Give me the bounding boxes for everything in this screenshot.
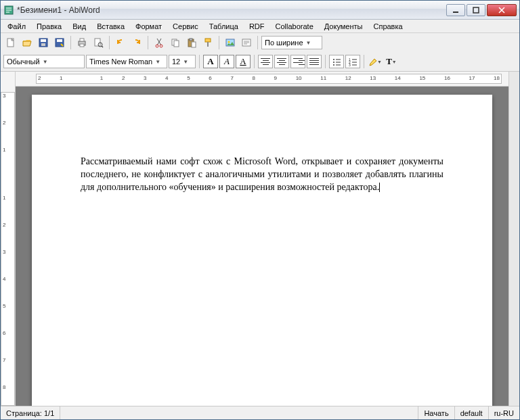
menu-insert[interactable]: Вставка	[93, 21, 129, 32]
redo-button[interactable]	[129, 35, 144, 50]
align-justify-button[interactable]	[307, 55, 322, 68]
menu-rdf[interactable]: RDF	[245, 21, 269, 32]
menu-view[interactable]: Вид	[68, 21, 90, 32]
paste-button[interactable]	[184, 35, 199, 50]
ruler-tick: 1	[60, 75, 62, 81]
size-combo[interactable]: 12 ▼	[169, 55, 196, 68]
saveas-button[interactable]	[52, 35, 67, 50]
ruler-tick: 2	[3, 120, 9, 126]
separator	[254, 55, 255, 68]
chevron-down-icon: ▼	[43, 59, 48, 65]
ruler-tick: 8	[3, 384, 9, 390]
document-paragraph[interactable]: Рассматриваемый нами софт схож с Microso…	[81, 156, 443, 194]
vertical-ruler: 3211234567891011	[1, 72, 16, 406]
document-container: 21123456789101112131415161718 Рассматрив…	[16, 72, 508, 406]
svg-text:3: 3	[349, 63, 351, 66]
app-icon	[3, 5, 14, 16]
font-value: Times New Roman	[89, 57, 152, 66]
print-preview-button[interactable]	[91, 35, 106, 50]
minimize-button[interactable]	[446, 4, 465, 16]
ruler-tick: 12	[345, 75, 351, 81]
ruler-tick: 6	[3, 330, 9, 336]
separator	[148, 36, 148, 49]
ruler-tick: 8	[252, 75, 255, 81]
style-value: Обычный	[7, 57, 40, 66]
toolbar-standard: По ширине ▼	[1, 33, 519, 52]
menu-file[interactable]: Файл	[3, 21, 30, 32]
bold-button[interactable]: А	[203, 55, 218, 68]
font-color-button[interactable]: T▼	[384, 54, 399, 69]
chevron-down-icon: ▼	[155, 59, 160, 65]
menu-tools[interactable]: Сервис	[169, 21, 202, 32]
style-combo[interactable]: Обычный ▼	[3, 55, 85, 68]
ruler-tick: 18	[494, 75, 500, 81]
menu-help[interactable]: Справка	[369, 21, 406, 32]
format-painter-button[interactable]	[200, 35, 215, 50]
status-locale[interactable]: ru-RU	[489, 406, 519, 419]
align-center-button[interactable]	[274, 55, 289, 68]
menu-edit[interactable]: Правка	[32, 21, 66, 32]
align-right-button[interactable]	[290, 55, 305, 68]
ruler-tick: 3	[144, 75, 146, 81]
ruler-tick: 5	[187, 75, 190, 81]
ruler-tick: 2	[38, 75, 41, 81]
new-button[interactable]	[3, 35, 18, 50]
svg-line-14	[102, 46, 103, 47]
bullet-list-button[interactable]	[329, 55, 344, 68]
svg-point-25	[228, 41, 230, 43]
menubar: Файл Правка Вид Вставка Формат Сервис Та…	[1, 20, 519, 33]
italic-button[interactable]: А	[219, 55, 234, 68]
menu-table[interactable]: Таблица	[205, 21, 242, 32]
ruler-tick: 4	[3, 276, 9, 282]
ruler-tick: 1	[100, 75, 103, 81]
content-area: 3211234567891011 21123456789101112131415…	[1, 72, 519, 406]
ruler-tick: 14	[395, 75, 401, 81]
number-list-button[interactable]: 123	[345, 55, 360, 68]
save-button[interactable]	[36, 35, 51, 50]
align-left-button[interactable]	[258, 55, 273, 68]
image-button[interactable]	[223, 35, 238, 50]
document-scroll[interactable]: Рассматриваемый нами софт схож с Microso…	[16, 87, 508, 406]
ruler-tick: 3	[3, 249, 9, 255]
maximize-button[interactable]	[467, 4, 485, 16]
status-start[interactable]: Начать	[418, 406, 454, 419]
titlebar[interactable]: *Безимени1 - AbiWord	[1, 1, 519, 20]
ruler-tick: 7	[230, 75, 233, 81]
close-button[interactable]	[487, 4, 517, 16]
svg-rect-10	[80, 39, 84, 41]
zoom-combo[interactable]: По ширине ▼	[261, 36, 322, 49]
menu-format[interactable]: Формат	[131, 21, 166, 32]
ruler-tick: 1	[3, 147, 9, 153]
status-page: Страница: 1/1	[1, 406, 60, 419]
separator	[325, 55, 326, 68]
menu-collaborate[interactable]: Collaborate	[272, 21, 318, 32]
fields-button[interactable]	[239, 35, 254, 50]
document-text: Рассматриваемый нами софт схож с Microso…	[81, 156, 443, 192]
app-window: *Безимени1 - AbiWord Файл Правка Вид Вст…	[0, 0, 520, 420]
svg-rect-5	[41, 39, 46, 42]
text-cursor	[379, 183, 380, 192]
svg-rect-8	[57, 39, 62, 42]
ruler-tick: 3	[3, 93, 9, 99]
page[interactable]: Рассматриваемый нами софт схож с Microso…	[32, 95, 492, 406]
svg-rect-18	[174, 41, 179, 47]
font-combo[interactable]: Times New Roman ▼	[86, 55, 167, 68]
window-controls	[445, 4, 517, 16]
cut-button[interactable]	[152, 35, 167, 50]
underline-button[interactable]: А	[236, 55, 251, 68]
status-lang-mode[interactable]: default	[455, 406, 489, 419]
vertical-scrollbar[interactable]	[508, 72, 519, 406]
ruler-tick: 10	[296, 75, 302, 81]
svg-rect-22	[205, 39, 211, 42]
copy-button[interactable]	[168, 35, 183, 50]
ruler-tick: 4	[165, 75, 168, 81]
menu-documents[interactable]: Документы	[320, 21, 367, 32]
chevron-down-icon: ▼	[183, 59, 188, 65]
highlight-button[interactable]: ▼	[368, 54, 383, 69]
undo-button[interactable]	[113, 35, 128, 50]
ruler-tick: 13	[370, 75, 376, 81]
chevron-down-icon: ▼	[306, 40, 311, 46]
toolbars: По ширине ▼ Обычный ▼ Times New Roman ▼ …	[1, 33, 519, 72]
print-button[interactable]	[74, 35, 89, 50]
open-button[interactable]	[20, 35, 35, 50]
